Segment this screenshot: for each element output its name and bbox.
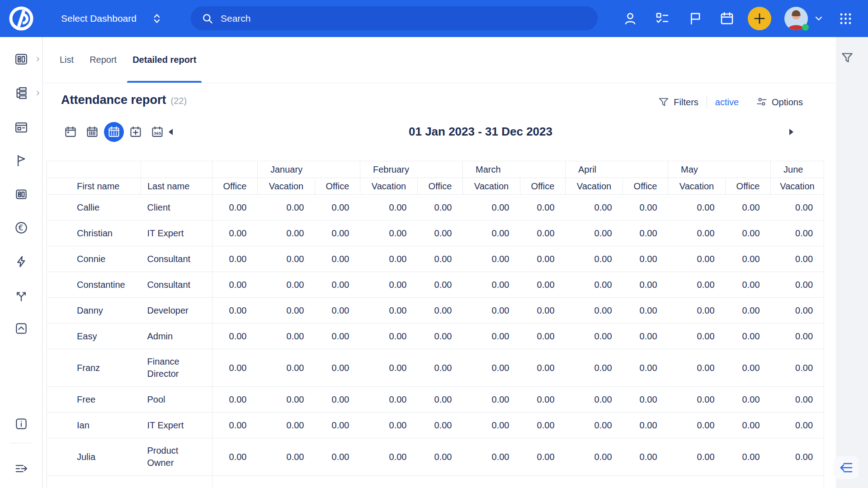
empty-header-cell [47,161,141,178]
table-row: ConstantineConsultant0.000.000.000.000.0… [47,272,824,298]
sidebar-item-panels[interactable] [14,188,28,201]
cell-value: 0.00 [623,413,668,438]
cell-first-name: Constantine [47,272,141,298]
collapse-panel-button[interactable] [834,456,859,479]
cell-value [566,476,623,488]
view-custom-range-button[interactable] [127,122,144,142]
cell-value: 0.00 [623,246,668,272]
cell-first-name: Franz [47,349,141,387]
filters-active-link[interactable]: active [715,97,739,108]
app-logo[interactable] [9,6,34,31]
table-row-partial [47,476,824,488]
sidebar-item-dashboard[interactable] [14,52,28,66]
tab-label: List [60,55,74,65]
dashboard-selector[interactable]: Select Dashboard [61,0,161,37]
cell-first-name: Easy [47,324,141,349]
search-bar[interactable] [191,6,598,30]
tab-label: Report [90,55,117,65]
cell-value: 0.00 [360,195,418,221]
cell-value: 0.00 [623,349,668,387]
cell-value: 0.00 [623,298,668,324]
tab-detailed-report[interactable]: Detailed report [127,37,202,83]
cell-value: 0.00 [463,246,520,272]
column-header-vacation: Vacation [463,178,520,195]
cell-value: 0.00 [726,272,771,298]
cell-value: 0.00 [463,387,520,413]
avatar-chevron-down-icon[interactable] [815,15,823,22]
table-row: CallieClient0.000.000.000.000.000.000.00… [47,195,824,221]
cell-value: 0.00 [520,324,566,349]
options-button[interactable]: Options [756,96,803,108]
search-input[interactable] [221,13,537,24]
cell-value: 0.00 [566,246,623,272]
rail-filter-funnel-icon[interactable] [840,51,854,65]
checklist-icon[interactable] [655,11,670,26]
cell-value [360,476,418,488]
cell-value [726,476,771,488]
expand-menu-icon[interactable] [14,462,28,475]
view-week-button[interactable] [84,122,101,142]
sidebar-item-milestones[interactable] [14,154,28,167]
table-body: CallieClient0.000.000.000.000.000.000.00… [47,195,824,488]
cell-value: 0.00 [668,246,726,272]
cell-value: 0.00 [668,324,726,349]
flag-icon[interactable] [688,11,703,26]
sidebar-item-export[interactable] [14,322,28,335]
cell-value: 0.00 [360,272,418,298]
cell-value: 0.00 [463,195,520,221]
cell-value [315,476,360,488]
cell-value: 0.00 [463,438,520,476]
cell-value: 0.00 [566,324,623,349]
cell-first-name [47,476,141,488]
cell-value: 0.00 [418,387,463,413]
tab-list[interactable]: List [54,37,79,83]
cell-first-name: Julia [47,438,141,476]
cell-value: 0.00 [258,324,315,349]
apps-grid-icon[interactable] [840,13,852,25]
sidebar-item-finance[interactable]: € [14,221,28,235]
cell-value: 0.00 [315,195,360,221]
calendar-view-switcher: 365 [62,122,166,142]
view-year-button[interactable]: 365 [149,122,166,142]
cell-value: 0.00 [463,272,520,298]
avatar[interactable] [784,7,808,30]
cell-value: 0.00 [258,221,315,246]
cell-value: 0.00 [212,413,258,438]
next-period-button[interactable] [788,128,795,136]
cell-value: 0.00 [418,413,463,438]
sidebar-item-quick-actions[interactable] [14,255,28,268]
cell-last-name: Finance Director [141,349,212,387]
selector-chevrons-icon [153,12,161,25]
table-row: EasyAdmin0.000.000.000.000.000.000.000.0… [47,324,824,349]
date-range[interactable]: 01 Jan 2023 - 31 Dec 2023 [170,125,791,139]
cell-first-name: Ian [47,413,141,438]
calendar-icon[interactable] [720,11,734,26]
view-month-button[interactable] [105,122,123,142]
cell-value: 0.00 [520,438,566,476]
cell-value: 0.00 [258,272,315,298]
cell-value: 0.00 [771,324,824,349]
cell-value: 0.00 [360,438,418,476]
table-row: FreePool0.000.000.000.000.000.000.000.00… [47,387,824,413]
cell-first-name: Christian [47,221,141,246]
sidebar-item-planner[interactable] [14,121,28,134]
cell-value: 0.00 [520,298,566,324]
cell-value: 0.00 [668,349,726,387]
cell-value: 0.00 [566,349,623,387]
cell-value: 0.00 [418,298,463,324]
table-row: IanIT Expert0.000.000.000.000.000.000.00… [47,413,824,438]
month-header: April [566,161,668,178]
cell-value: 0.00 [668,195,726,221]
sidebar-item-workflows[interactable] [14,289,28,302]
chevron-right-icon[interactable] [34,56,42,63]
sidebar-item-org-structure[interactable] [14,86,28,100]
user-icon[interactable] [623,11,637,26]
chevron-right-icon[interactable] [34,89,42,97]
filters-button[interactable]: Filters [658,96,698,108]
add-button[interactable] [748,7,771,30]
cell-value: 0.00 [668,298,726,324]
tab-report[interactable]: Report [84,37,122,83]
view-day-button[interactable] [62,122,79,142]
info-icon[interactable] [14,417,28,431]
cell-last-name: IT Expert [141,413,212,438]
